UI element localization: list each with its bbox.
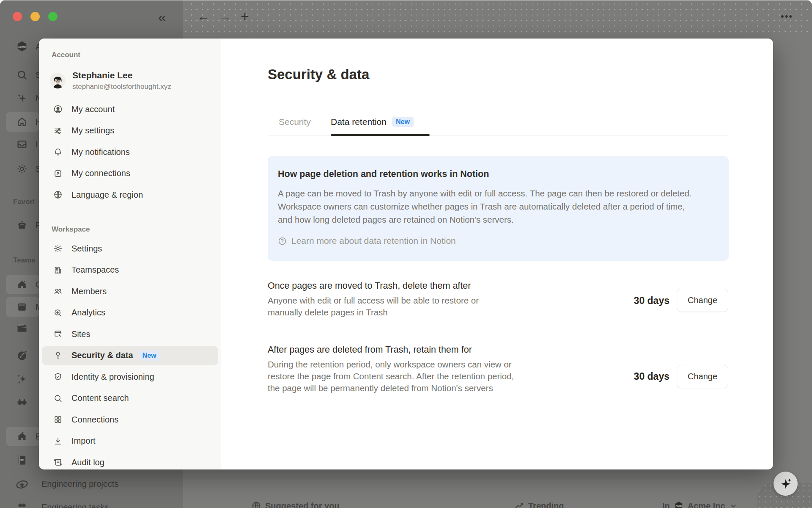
external-link-icon xyxy=(53,169,63,178)
trending-icon xyxy=(514,501,524,508)
info-box-body: A page can be moved to Trash by anyone w… xyxy=(278,187,694,226)
window-top-highlight xyxy=(0,0,812,1)
avatar xyxy=(50,73,66,88)
shell-icon xyxy=(15,348,29,362)
school-icon xyxy=(16,431,28,442)
setting-description: Anyone with edit or full access will be … xyxy=(268,295,505,318)
analytics-icon xyxy=(53,308,63,318)
shooting-star-icon xyxy=(15,477,29,491)
new-badge: New xyxy=(139,351,160,361)
sidebar-menu-item[interactable]: Sites xyxy=(42,325,218,343)
zoom-window-button[interactable] xyxy=(48,12,58,21)
tab-security[interactable]: Security xyxy=(279,117,311,127)
notion-ai-sparkle-icon xyxy=(16,92,28,104)
sidebar-menu-item[interactable]: Audit log xyxy=(42,453,218,469)
suggested-for-you-label: Suggested for you xyxy=(251,501,340,508)
sidebar-menu-item[interactable]: Language & region xyxy=(42,185,218,204)
search-icon xyxy=(53,394,63,403)
gear-icon xyxy=(53,244,63,253)
tab-data-retention[interactable]: Data retention New xyxy=(331,117,414,127)
setting-value: 30 days xyxy=(634,294,669,307)
members-icon xyxy=(53,287,63,296)
gear-icon xyxy=(16,163,28,175)
account-user-row[interactable]: Stephanie Lee stephanie@toolsforthought.… xyxy=(50,70,171,91)
sidebar-menu-item[interactable]: Members xyxy=(42,282,218,301)
notion-ai-fab-button xyxy=(774,472,798,496)
new-tab-icon[interactable]: + xyxy=(241,9,249,23)
sliders-icon xyxy=(53,126,63,135)
globe-icon xyxy=(53,190,63,199)
minimize-window-button[interactable] xyxy=(30,12,40,21)
setting-value: 30 days xyxy=(634,370,669,383)
workspace-menu: Settings Teamspaces Members Analytics xyxy=(42,239,218,469)
sidebar-menu-item[interactable]: Identity & provisioning xyxy=(42,367,218,386)
workspace-section-label: Workspace xyxy=(52,225,90,234)
collapse-sidebar-icon[interactable]: « xyxy=(158,10,166,24)
sidebar-menu-item[interactable]: Teamspaces xyxy=(42,261,218,279)
search-icon xyxy=(16,69,28,81)
import-icon xyxy=(53,436,63,446)
sidebar-menu-item[interactable]: Security & data New xyxy=(42,346,218,365)
acme-logo-small-icon: ACME xyxy=(674,501,684,508)
sidebar-item-eng_projects: Engineering projects xyxy=(41,479,118,489)
close-window-button[interactable] xyxy=(13,12,22,21)
audit-log-icon xyxy=(53,458,63,467)
clapperboard-icon xyxy=(15,320,29,334)
team-home-icon xyxy=(16,279,28,290)
more-options-icon[interactable]: ••• xyxy=(781,12,793,21)
change-button[interactable]: Change xyxy=(677,289,728,312)
sites-icon xyxy=(53,329,63,339)
setting-heading: Once pages are moved to Trash, delete th… xyxy=(268,281,471,291)
help-circle-icon xyxy=(278,237,287,246)
acme-logo-icon: ACME xyxy=(16,40,28,53)
settings-content: Security & data Security Data retention … xyxy=(221,39,773,469)
nav-forward-icon[interactable]: → xyxy=(219,10,231,23)
sidebar-menu-item[interactable]: Content search xyxy=(42,389,218,408)
sidebar-menu-item[interactable]: My settings xyxy=(42,121,218,140)
phone-icon xyxy=(16,219,28,231)
change-button[interactable]: Change xyxy=(677,365,728,388)
page-cover-dot-pattern xyxy=(183,1,812,35)
people-icon xyxy=(16,501,28,508)
sparkles-icon xyxy=(16,373,28,385)
notebook-icon xyxy=(16,454,28,467)
info-box-title: How page deletion and retention works in… xyxy=(278,169,719,179)
retention-info-box: How page deletion and retention works in… xyxy=(268,156,729,261)
home-icon xyxy=(16,116,28,128)
active-tab-underline xyxy=(331,134,430,136)
sidebar-menu-item[interactable]: Settings xyxy=(42,239,218,258)
bell-icon xyxy=(53,147,63,157)
building-icon xyxy=(53,265,63,275)
binoculars-icon xyxy=(16,395,28,408)
screen: « ← → + ••• ACMEASNHISFavoriPTeamsCMEEng… xyxy=(0,0,812,508)
ai-sparkle-icon xyxy=(779,478,792,490)
sidebar-menu-item[interactable]: Import xyxy=(42,432,218,450)
title-divider xyxy=(268,93,729,93)
suggested-globe-icon xyxy=(251,501,261,508)
sidebar-menu-item[interactable]: Analytics xyxy=(42,304,218,322)
sidebar-menu-item[interactable]: Connections xyxy=(42,410,218,429)
page-title: Security & data xyxy=(268,66,369,83)
learn-more-link[interactable]: Learn more about data retention in Notio… xyxy=(278,236,719,246)
trending-label: Trending xyxy=(514,501,564,508)
account-menu: My account My settings My notifications … xyxy=(42,100,218,207)
chevron-down-icon xyxy=(729,502,738,508)
grid-icon xyxy=(53,415,63,424)
setting-description: During the retention period, only worksp… xyxy=(268,359,517,394)
svg-text:ACME: ACME xyxy=(18,45,26,48)
workspace-switcher-label: In ACME Acme Inc xyxy=(662,501,738,508)
sidebar-menu-item[interactable]: My connections xyxy=(42,164,218,183)
new-badge: New xyxy=(392,117,414,127)
shield-check-icon xyxy=(53,372,63,381)
person-circle-icon xyxy=(53,105,63,114)
sidebar-section-favorites: Favori xyxy=(13,198,35,206)
inbox-icon xyxy=(16,138,28,150)
user-name: Stephanie Lee xyxy=(72,70,171,80)
sidebar-section-teamspaces: Teams xyxy=(13,256,36,265)
sidebar-item-eng_tasks: Engineering tasks xyxy=(41,502,109,508)
nav-back-icon[interactable]: ← xyxy=(197,10,210,23)
sidebar-menu-item[interactable]: My notifications xyxy=(42,143,218,161)
sidebar-menu-item[interactable]: My account xyxy=(42,100,218,119)
setting-heading: After pages are deleted from Trash, reta… xyxy=(268,345,472,355)
key-icon xyxy=(53,351,63,360)
